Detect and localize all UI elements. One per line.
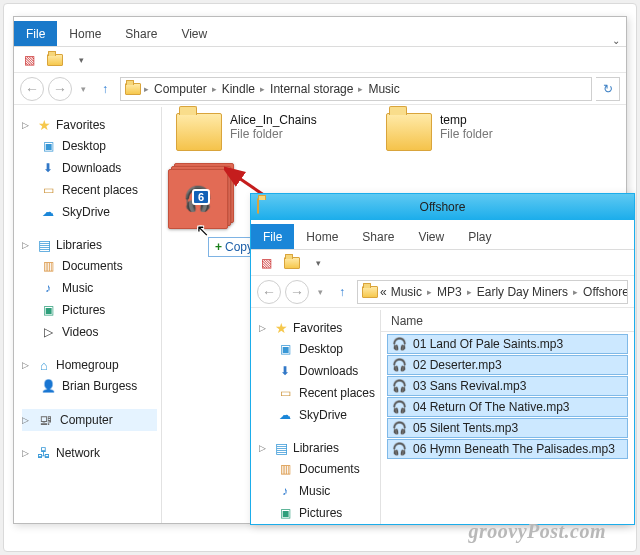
nav-pictures[interactable]: ▣Pictures <box>22 299 157 321</box>
folder-temp[interactable]: tempFile folder <box>386 113 493 151</box>
file-row[interactable]: 🎧03 Sans Revival.mp3 <box>387 376 628 396</box>
nav-network[interactable]: ▷🖧Network <box>22 443 157 463</box>
download-icon: ⬇ <box>40 160 56 176</box>
nav-favorites-header[interactable]: ▷★Favorites <box>259 318 376 338</box>
new-folder-icon[interactable] <box>281 253 303 273</box>
forward-button[interactable]: → <box>48 77 72 101</box>
crumb-early-day-miners[interactable]: Early Day Miners <box>475 285 570 299</box>
title-bar[interactable]: Offshore <box>251 194 634 220</box>
nav-downloads[interactable]: ⬇Downloads <box>22 157 157 179</box>
documents-icon: ▥ <box>277 461 293 477</box>
forward-button[interactable]: → <box>285 280 309 304</box>
back-button[interactable]: ← <box>257 280 281 304</box>
ribbon-tab-file[interactable]: File <box>251 224 294 249</box>
music-icon: ♪ <box>277 483 293 499</box>
desktop-icon: ▣ <box>40 138 56 154</box>
libraries-icon: ▤ <box>36 237 52 253</box>
drag-ghost: 🎧 6 ↖ +Copy <box>168 163 234 229</box>
drag-count-badge: 6 <box>192 189 210 205</box>
ribbon-tab-home[interactable]: Home <box>294 224 350 249</box>
crumb-internal-storage[interactable]: Internal storage <box>268 82 355 96</box>
nav-documents[interactable]: ▥Documents <box>22 255 157 277</box>
window-title: Offshore <box>420 200 466 214</box>
libraries-icon: ▤ <box>273 440 289 456</box>
star-icon: ★ <box>36 117 52 133</box>
nav-pictures[interactable]: ▣Pictures <box>259 502 376 524</box>
nav-desktop[interactable]: ▣Desktop <box>259 338 376 360</box>
history-dropdown-icon[interactable]: ▾ <box>76 77 90 101</box>
address-bar[interactable]: ▸ Computer▸ Kindle▸ Internal storage▸ Mu… <box>120 77 592 101</box>
crumb-offshore[interactable]: Offshore <box>581 285 628 299</box>
homegroup-icon: ⌂ <box>36 357 52 373</box>
nav-recent-places[interactable]: ▭Recent places <box>22 179 157 201</box>
nav-row: ← → ▾ ↑ « Music▸ MP3▸ Early Day Miners▸ … <box>251 276 634 308</box>
quick-access-toolbar: ▧ ▾ <box>251 250 634 276</box>
nav-desktop[interactable]: ▣Desktop <box>22 135 157 157</box>
up-button[interactable]: ↑ <box>94 78 116 100</box>
nav-music[interactable]: ♪Music <box>22 277 157 299</box>
pictures-icon: ▣ <box>40 302 56 318</box>
refresh-button[interactable]: ↻ <box>596 77 620 101</box>
folder-icon <box>386 113 432 151</box>
nav-favorites-header[interactable]: ▷★Favorites <box>22 115 157 135</box>
nav-user[interactable]: 👤Brian Burgess <box>22 375 157 397</box>
ribbon-tab-home[interactable]: Home <box>57 21 113 46</box>
ribbon-collapse-icon[interactable]: ⌄ <box>612 35 620 46</box>
up-button[interactable]: ↑ <box>331 281 353 303</box>
properties-icon[interactable]: ▧ <box>18 50 40 70</box>
nav-skydrive[interactable]: ☁SkyDrive <box>259 404 376 426</box>
audio-icon: 🎧 <box>392 400 407 414</box>
watermark: groovyPost.com <box>468 520 606 543</box>
crumb-computer[interactable]: Computer <box>152 82 209 96</box>
back-button[interactable]: ← <box>20 77 44 101</box>
nav-skydrive[interactable]: ☁SkyDrive <box>22 201 157 223</box>
new-folder-icon[interactable] <box>44 50 66 70</box>
nav-downloads[interactable]: ⬇Downloads <box>259 360 376 382</box>
address-bar[interactable]: « Music▸ MP3▸ Early Day Miners▸ Offshore <box>357 280 628 304</box>
desktop-icon: ▣ <box>277 341 293 357</box>
qat-dropdown-icon[interactable]: ▾ <box>307 253 329 273</box>
crumb-kindle[interactable]: Kindle <box>220 82 257 96</box>
recent-icon: ▭ <box>277 385 293 401</box>
crumb-overflow[interactable]: « <box>378 285 389 299</box>
ribbon-tab-play[interactable]: Play <box>456 224 503 249</box>
ribbon-tab-share[interactable]: Share <box>113 21 169 46</box>
ribbon-tab-view[interactable]: View <box>406 224 456 249</box>
file-row[interactable]: 🎧05 Silent Tents.mp3 <box>387 418 628 438</box>
nav-pane: ▷★Favorites ▣Desktop ⬇Downloads ▭Recent … <box>251 310 381 524</box>
explorer-sub-window: Offshore File Home Share View Play ▧ ▾ ←… <box>250 193 635 525</box>
ribbon-tab-share[interactable]: Share <box>350 224 406 249</box>
nav-documents[interactable]: ▥Documents <box>259 458 376 480</box>
videos-icon: ▷ <box>40 324 56 340</box>
nav-pane: ▷★Favorites ▣Desktop ⬇Downloads ▭Recent … <box>14 107 162 523</box>
nav-music[interactable]: ♪Music <box>259 480 376 502</box>
crumb-music[interactable]: Music <box>389 285 424 299</box>
content-pane[interactable]: Name 🎧01 Land Of Pale Saints.mp3 🎧02 Des… <box>381 310 634 524</box>
history-dropdown-icon[interactable]: ▾ <box>313 280 327 304</box>
cloud-icon: ☁ <box>40 204 56 220</box>
folder-icon <box>257 198 259 214</box>
column-header-name[interactable]: Name <box>381 310 634 332</box>
nav-libraries-header[interactable]: ▷▤Libraries <box>22 235 157 255</box>
star-icon: ★ <box>273 320 289 336</box>
ribbon: File Home Share View Play <box>251 220 634 250</box>
qat-dropdown-icon[interactable]: ▾ <box>70 50 92 70</box>
properties-icon[interactable]: ▧ <box>255 253 277 273</box>
nav-recent-places[interactable]: ▭Recent places <box>259 382 376 404</box>
crumb-mp3[interactable]: MP3 <box>435 285 464 299</box>
ribbon-tab-view[interactable]: View <box>169 21 219 46</box>
file-row[interactable]: 🎧02 Deserter.mp3 <box>387 355 628 375</box>
file-row[interactable]: 🎧01 Land Of Pale Saints.mp3 <box>387 334 628 354</box>
nav-libraries-header[interactable]: ▷▤Libraries <box>259 438 376 458</box>
nav-homegroup-header[interactable]: ▷⌂Homegroup <box>22 355 157 375</box>
nav-computer[interactable]: ▷🖳Computer <box>22 409 157 431</box>
file-row[interactable]: 🎧06 Hymn Beneath The Palisades.mp3 <box>387 439 628 459</box>
nav-videos[interactable]: ▷Videos <box>22 321 157 343</box>
crumb-music[interactable]: Music <box>366 82 401 96</box>
file-row[interactable]: 🎧04 Return Of The Native.mp3 <box>387 397 628 417</box>
audio-icon: 🎧 <box>392 442 407 456</box>
ribbon-tab-file[interactable]: File <box>14 21 57 46</box>
folder-alice-in-chains[interactable]: Alice_In_ChainsFile folder <box>176 113 317 151</box>
documents-icon: ▥ <box>40 258 56 274</box>
folder-icon <box>362 286 378 298</box>
